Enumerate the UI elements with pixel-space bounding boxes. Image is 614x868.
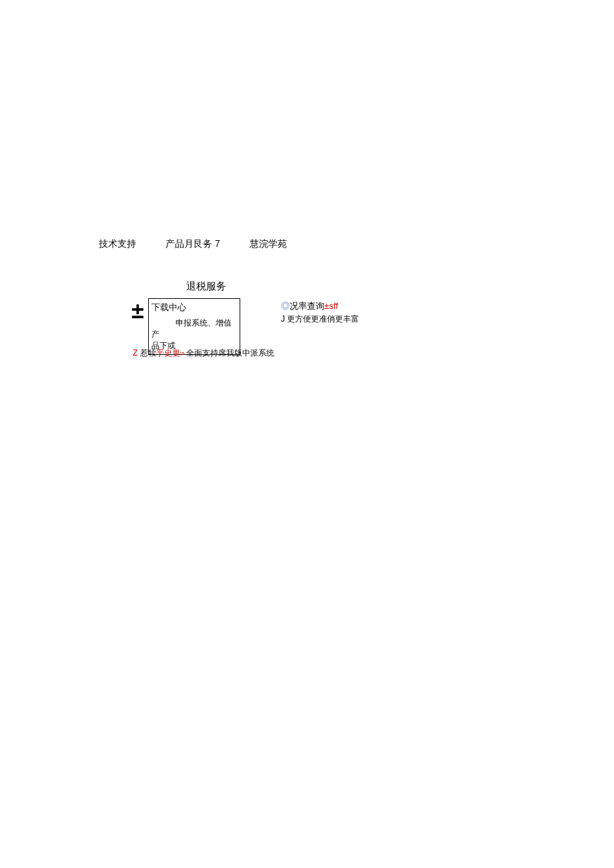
nav-product-service[interactable]: 产品月艮务 7 [166,238,220,250]
nav-tech-support[interactable]: 技术支持 [99,238,136,250]
bottom-part1: 惹犊 [137,348,156,358]
circle-icon: ◎ [281,301,290,311]
plus-minus-icon: ± [131,298,144,320]
bottom-red1: 乎史更 [156,348,180,358]
rate-sub-text: J 更方便更准俏更丰富 [281,314,359,325]
nav-academy[interactable]: 慧浣学苑 [250,238,287,250]
download-center-line2: 申报系统、增值产 [151,318,237,340]
download-center-box[interactable]: 下载中心 申报系统、增值产 品下或 [148,298,240,355]
rate-query-text: 况率查询 [290,301,324,311]
bottom-line: Z 惹犊乎史更!ɑ 全面支持席我版中派系统 [133,348,274,359]
nav-row: 技术支持 产品月艮务 7 慧浣学苑 [99,238,287,250]
download-center-title: 下载中心 [151,302,186,312]
bottom-part2: 全面支持席我版中派系统 [184,348,274,358]
download-row: ± 下载中心 申报系统、增值产 品下或 [131,298,240,355]
section-title-tax-refund: 退税服务 [186,280,226,293]
rate-block: ◎况率查询±sff J 更方便更准俏更丰富 [281,300,359,325]
rate-suffix: ±sff [324,301,338,311]
rate-query-line[interactable]: ◎况率查询±sff [281,300,359,312]
